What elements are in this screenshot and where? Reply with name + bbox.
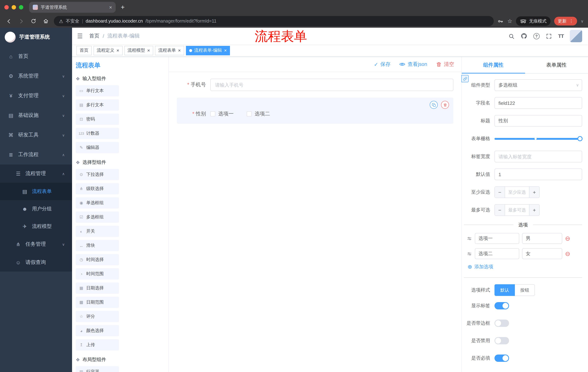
tab-form-props[interactable]: 表单属性 bbox=[525, 57, 588, 73]
component-chip-slider[interactable]: ↔滑块 bbox=[76, 240, 119, 251]
close-icon[interactable]: × bbox=[116, 48, 119, 53]
sidebar-item-process-model[interactable]: ✈ 流程模型 bbox=[0, 218, 72, 235]
component-chip-date-picker[interactable]: ▦日期选择 bbox=[76, 282, 119, 294]
bookmark-star-button[interactable]: ☆ bbox=[507, 18, 512, 24]
delete-widget-button[interactable] bbox=[441, 101, 449, 109]
search-button[interactable] bbox=[508, 33, 514, 39]
sidebar-toggle-button[interactable]: ☰ bbox=[77, 32, 83, 40]
password-key-button[interactable] bbox=[498, 18, 504, 24]
option-label-input[interactable] bbox=[475, 233, 519, 244]
component-chip-editor[interactable]: ✎编辑器 bbox=[76, 142, 119, 153]
component-chip-row-container[interactable]: ▥行容器 bbox=[76, 366, 119, 372]
component-chip-cascader[interactable]: ⋔级联选择 bbox=[76, 183, 119, 194]
component-chip-time-picker[interactable]: ◷时间选择 bbox=[76, 254, 119, 265]
component-chip-checkbox-group[interactable]: ☑多选框组 bbox=[76, 212, 119, 223]
tag-process-model[interactable]: 流程模型 × bbox=[124, 46, 153, 55]
close-icon[interactable]: × bbox=[178, 48, 181, 53]
component-chip-upload[interactable]: ↥上传 bbox=[76, 339, 119, 351]
component-chip-counter[interactable]: 123计数器 bbox=[76, 128, 119, 139]
component-chip-switch[interactable]: ◐开关 bbox=[76, 226, 119, 237]
browser-update-button[interactable]: 更新 ⋮ bbox=[554, 17, 577, 25]
tag-process-form-edit[interactable]: 流程表单-编辑 × bbox=[186, 46, 230, 55]
component-chip-radio-group[interactable]: ◉单选框组 bbox=[76, 197, 119, 209]
gender-option-2-checkbox[interactable]: 选项二 bbox=[247, 111, 270, 117]
sidebar-item-infrastructure[interactable]: ▤ 基础设施 ∨ bbox=[0, 106, 72, 125]
forward-button[interactable] bbox=[17, 18, 25, 24]
sidebar-item-home[interactable]: ⌂ 首页 bbox=[0, 47, 72, 66]
user-avatar[interactable] bbox=[570, 30, 582, 42]
reload-button[interactable] bbox=[29, 18, 38, 24]
slider-handle[interactable] bbox=[578, 136, 583, 141]
sidebar-item-devtools[interactable]: ⌘ 研发工具 ∨ bbox=[0, 125, 72, 145]
remove-option-button[interactable]: ⊖ bbox=[565, 235, 570, 242]
option-label-input[interactable] bbox=[475, 248, 519, 259]
sidebar-item-user-group[interactable]: ☻ 用户分组 bbox=[0, 200, 72, 218]
sidebar-item-task-management[interactable]: ⋔ 任务管理 ∨ bbox=[0, 235, 72, 253]
default-value-input[interactable] bbox=[494, 169, 582, 180]
title-input[interactable] bbox=[494, 115, 582, 127]
tag-process-form[interactable]: 流程表单 × bbox=[155, 46, 184, 55]
tab-component-props[interactable]: 组件属性 bbox=[462, 57, 525, 73]
sidebar-item-leave-query[interactable]: ☺ 请假查询 bbox=[0, 253, 72, 272]
component-type-value[interactable] bbox=[494, 79, 582, 91]
browser-tab[interactable]: 芋道管理系统 × bbox=[29, 2, 116, 13]
option-style-button-button[interactable]: 按钮 bbox=[515, 284, 535, 296]
sidebar-item-system[interactable]: ⚙ 系统管理 ∨ bbox=[0, 66, 72, 86]
gender-widget-selected[interactable]: 性别 选项一 选项二 bbox=[177, 97, 453, 124]
disabled-switch[interactable] bbox=[494, 337, 509, 344]
component-chip-textarea[interactable]: ▤多行文本 bbox=[76, 99, 119, 111]
tag-home[interactable]: 首页 bbox=[76, 46, 92, 55]
help-button[interactable]: ? bbox=[533, 33, 540, 39]
option-value-input[interactable] bbox=[522, 233, 562, 244]
remove-option-button[interactable]: ⊖ bbox=[565, 251, 570, 257]
save-button[interactable]: ✓ 保存 bbox=[374, 61, 390, 67]
sidebar-item-workflow[interactable]: ≣ 工作流程 ∧ bbox=[0, 145, 72, 165]
option-value-input[interactable] bbox=[522, 248, 562, 259]
new-tab-button[interactable]: + bbox=[121, 3, 125, 11]
view-json-button[interactable]: 查看json bbox=[399, 61, 427, 67]
component-chip-select[interactable]: ⊙下拉选择 bbox=[76, 169, 119, 180]
breadcrumb-home[interactable]: 首页 bbox=[89, 33, 100, 39]
sidebar-item-process-management[interactable]: ☰ 流程管理 ∧ bbox=[0, 165, 72, 183]
copy-widget-button[interactable] bbox=[430, 101, 438, 109]
min-select-placeholder[interactable]: 至少应选 bbox=[505, 187, 529, 198]
browser-menu-dots-icon[interactable]: ⋮ bbox=[569, 19, 573, 24]
phone-input[interactable] bbox=[210, 79, 453, 91]
slider-track[interactable] bbox=[494, 138, 580, 139]
close-window-button[interactable] bbox=[4, 5, 9, 10]
sidebar-item-payment[interactable]: ¥ 支付管理 ∨ bbox=[0, 86, 72, 106]
close-icon[interactable]: × bbox=[147, 48, 150, 53]
component-chip-color-picker[interactable]: ◕颜色选择 bbox=[76, 325, 119, 336]
drag-handle-icon[interactable] bbox=[467, 251, 472, 256]
component-chip-password[interactable]: ⊡密码 bbox=[76, 114, 119, 125]
minimize-window-button[interactable] bbox=[12, 5, 16, 10]
tab-close-icon[interactable]: × bbox=[109, 4, 112, 10]
increase-button[interactable]: + bbox=[529, 187, 539, 198]
home-button[interactable] bbox=[42, 18, 50, 24]
add-option-button[interactable]: ⊕ 添加选项 bbox=[464, 264, 582, 270]
increase-button[interactable]: + bbox=[529, 205, 539, 215]
component-type-select[interactable]: ∨ bbox=[494, 79, 582, 91]
drag-handle-icon[interactable] bbox=[467, 236, 472, 241]
decrease-button[interactable]: − bbox=[495, 205, 505, 215]
component-chip-date-range[interactable]: ▩日期范围 bbox=[76, 297, 119, 308]
toolbar-chevron-down-icon[interactable]: ∨ bbox=[581, 19, 584, 23]
maximize-window-button[interactable] bbox=[19, 5, 23, 10]
gender-option-1-checkbox[interactable]: 选项一 bbox=[210, 111, 234, 117]
tag-process-definition[interactable]: 流程定义 × bbox=[94, 46, 122, 55]
clear-button[interactable]: 清空 bbox=[436, 61, 454, 67]
form-grid-slider[interactable] bbox=[494, 133, 582, 145]
required-switch[interactable] bbox=[494, 354, 509, 362]
github-button[interactable] bbox=[521, 33, 527, 39]
max-select-placeholder[interactable]: 最多可选 bbox=[505, 205, 529, 215]
component-chip-single-text[interactable]: ▭单行文本 bbox=[76, 85, 119, 96]
field-name-input[interactable] bbox=[494, 97, 582, 109]
link-icon[interactable] bbox=[461, 75, 469, 82]
decrease-button[interactable]: − bbox=[495, 187, 505, 198]
back-button[interactable] bbox=[4, 18, 13, 24]
sidebar-item-process-form[interactable]: ▤ 流程表单 bbox=[0, 183, 72, 200]
component-chip-rate[interactable]: ☆评分 bbox=[76, 311, 119, 322]
address-bar[interactable]: ⚠ 不安全 | dashboard.yudao.iocoder.cn /bpm/… bbox=[54, 16, 494, 26]
fullscreen-button[interactable] bbox=[546, 33, 552, 39]
option-style-default-button[interactable]: 默认 bbox=[494, 284, 515, 296]
